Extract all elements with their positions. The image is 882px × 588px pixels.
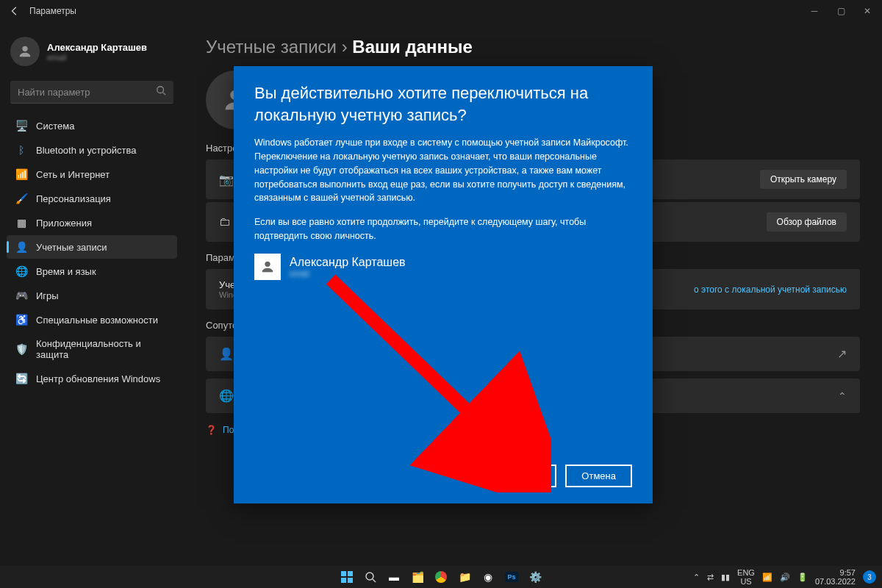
help-icon: ❓ bbox=[206, 425, 217, 435]
svg-point-1 bbox=[157, 87, 164, 93]
close-button[interactable]: ✕ bbox=[858, 2, 876, 20]
system-icon: 🖥️ bbox=[15, 120, 27, 132]
folder-icon: 🗀 bbox=[219, 215, 234, 229]
battery-icon[interactable]: 🔋 bbox=[797, 573, 808, 582]
titlebar: Параметры ─ ▢ ✕ bbox=[0, 0, 882, 22]
explorer-icon[interactable]: 🗂️ bbox=[409, 568, 426, 586]
nav-time[interactable]: 🌐Время и язык bbox=[7, 259, 177, 283]
svg-rect-9 bbox=[348, 578, 353, 583]
local-account-link[interactable]: о этого с локальной учетной записью bbox=[694, 284, 847, 295]
gaming-icon: 🎮 bbox=[15, 290, 27, 301]
breadcrumb-current: Ваши данные bbox=[352, 37, 473, 57]
svg-point-10 bbox=[366, 573, 373, 580]
search-input[interactable] bbox=[18, 87, 156, 98]
nav-privacy[interactable]: 🛡️Конфиденциальность и защита bbox=[7, 332, 177, 366]
search-icon bbox=[156, 85, 166, 98]
chevron-up-icon: ⌃ bbox=[838, 390, 847, 402]
svg-line-11 bbox=[373, 579, 376, 582]
task-view[interactable]: ▬ bbox=[385, 568, 403, 586]
cancel-button[interactable]: Отмена bbox=[565, 465, 632, 487]
svg-line-2 bbox=[163, 93, 166, 96]
personalization-icon: 🖌️ bbox=[15, 193, 27, 204]
tray-chevron-icon[interactable]: ⌃ bbox=[693, 573, 700, 582]
accessibility-icon: ♿ bbox=[15, 314, 27, 326]
nav-apps[interactable]: ▦Приложения bbox=[7, 211, 177, 234]
tray-icon-2[interactable]: ▮▮ bbox=[721, 573, 730, 582]
bluetooth-icon: ᛒ bbox=[15, 144, 27, 156]
settings-icon[interactable]: ⚙️ bbox=[526, 568, 544, 586]
profile-card[interactable]: Александр Карташев email bbox=[4, 31, 179, 72]
folder-icon[interactable]: 📁 bbox=[456, 568, 473, 586]
profile-sub: email bbox=[47, 53, 147, 62]
dialog-text-2: Если вы все равно хотите продолжить, пер… bbox=[254, 215, 632, 243]
local-account-dialog: Вы действительно хотите переключиться на… bbox=[234, 66, 653, 503]
update-icon: 🔄 bbox=[15, 373, 27, 384]
dialog-user-name: Александр Карташев bbox=[290, 256, 406, 269]
nav-list: 🖥️Система ᛒBluetooth и устройства 📶Сеть … bbox=[4, 114, 179, 390]
wifi-icon[interactable]: 📶 bbox=[762, 573, 772, 582]
nav-bluetooth[interactable]: ᛒBluetooth и устройства bbox=[7, 138, 177, 162]
avatar bbox=[10, 37, 40, 66]
privacy-icon: 🛡️ bbox=[15, 343, 27, 355]
browse-files-button[interactable]: Обзор файлов bbox=[767, 212, 847, 232]
camera-icon: 📷 bbox=[219, 173, 234, 187]
taskbar: ▬ 🗂️ 📁 ◉ Ps ⚙️ ⌃ ⇄ ▮▮ ENG US 📶 🔊 🔋 9:57 … bbox=[0, 566, 882, 588]
breadcrumb-parent[interactable]: Учетные записи bbox=[206, 37, 337, 57]
nav-accounts[interactable]: 👤Учетные записи bbox=[7, 235, 177, 259]
language-indicator[interactable]: ENG US bbox=[737, 568, 755, 586]
photoshop-icon[interactable]: Ps bbox=[503, 568, 520, 586]
breadcrumb: Учетные записи › Ваши данные bbox=[206, 37, 860, 57]
svg-rect-6 bbox=[341, 571, 346, 576]
back-button[interactable] bbox=[6, 2, 24, 20]
window-title: Параметры bbox=[29, 6, 806, 16]
notification-badge[interactable]: 3 bbox=[863, 570, 876, 584]
nav-gaming[interactable]: 🎮Игры bbox=[7, 284, 177, 307]
start-button[interactable] bbox=[338, 568, 356, 586]
clock[interactable]: 9:57 07.03.2022 bbox=[815, 568, 856, 586]
volume-icon[interactable]: 🔊 bbox=[780, 573, 790, 582]
time-icon: 🌐 bbox=[15, 265, 27, 277]
open-camera-button[interactable]: Открыть камеру bbox=[760, 170, 847, 189]
next-button[interactable]: Далее bbox=[496, 465, 556, 487]
dialog-title: Вы действительно хотите переключиться на… bbox=[254, 82, 632, 126]
sidebar: Александр Карташев email 🖥️Система ᛒBlue… bbox=[0, 22, 184, 566]
svg-rect-7 bbox=[348, 571, 353, 576]
tray-icon-1[interactable]: ⇄ bbox=[707, 573, 714, 582]
svg-point-0 bbox=[22, 46, 27, 51]
nav-update[interactable]: 🔄Центр обновления Windows bbox=[7, 367, 177, 390]
search-box[interactable] bbox=[10, 81, 173, 104]
dialog-text-1: Windows работает лучше при входе в систе… bbox=[254, 136, 632, 205]
chrome-icon[interactable] bbox=[432, 568, 450, 586]
dialog-user: Александр Карташев email bbox=[254, 254, 632, 280]
minimize-button[interactable]: ─ bbox=[806, 2, 823, 20]
maximize-button[interactable]: ▢ bbox=[832, 2, 850, 20]
external-icon: ↗ bbox=[837, 347, 847, 361]
svg-rect-8 bbox=[341, 578, 346, 583]
dialog-user-sub: email bbox=[290, 269, 406, 278]
person-icon: 👤 bbox=[219, 347, 234, 361]
dialog-avatar bbox=[254, 254, 281, 280]
apps-icon: ▦ bbox=[15, 217, 27, 229]
network-icon: 📶 bbox=[15, 168, 27, 180]
taskbar-search[interactable] bbox=[362, 568, 379, 586]
globe-icon: 🌐 bbox=[219, 389, 234, 403]
svg-point-4 bbox=[265, 261, 270, 266]
app-icon-1[interactable]: ◉ bbox=[479, 568, 497, 586]
nav-system[interactable]: 🖥️Система bbox=[7, 114, 177, 137]
nav-personalization[interactable]: 🖌️Персонализация bbox=[7, 187, 177, 210]
nav-network[interactable]: 📶Сеть и Интернет bbox=[7, 162, 177, 186]
accounts-icon: 👤 bbox=[15, 241, 27, 253]
nav-accessibility[interactable]: ♿Специальные возможности bbox=[7, 308, 177, 331]
profile-name: Александр Карташев bbox=[47, 42, 147, 53]
